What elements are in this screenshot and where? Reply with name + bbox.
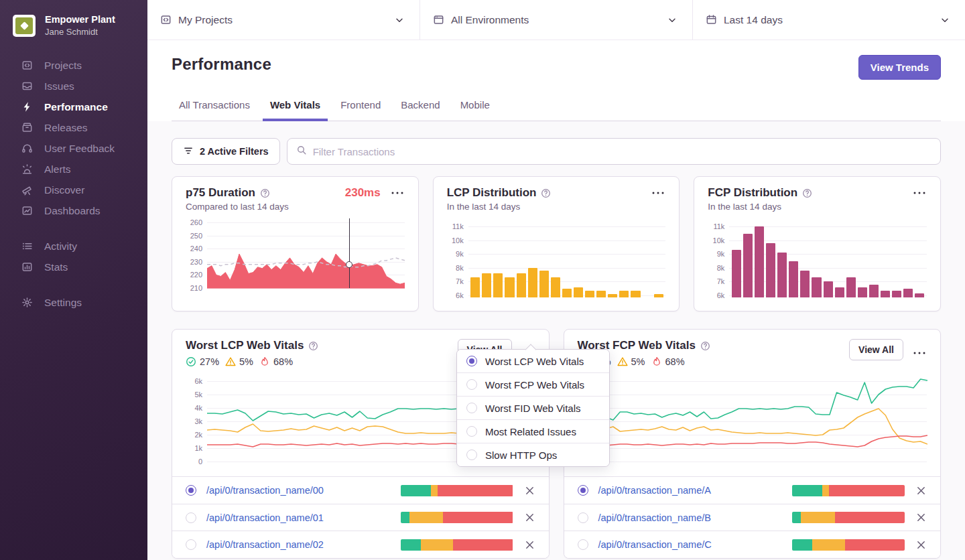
sidebar-item-user-feedback[interactable]: User Feedback <box>0 138 147 159</box>
transaction-radio[interactable] <box>578 539 588 550</box>
transaction-radio[interactable] <box>186 539 196 550</box>
axis-tick-label: 11k <box>713 222 724 230</box>
vitals-stats: 27% 5% 68% <box>186 356 318 367</box>
menu-item-most-related-issues[interactable]: Most Related Issues <box>457 419 609 443</box>
menu-item-worst-fid-web-vitals[interactable]: Worst FID Web Vitals <box>457 396 609 419</box>
sidebar-item-settings[interactable]: Settings <box>0 292 147 313</box>
sidebar-item-stats[interactable]: Stats <box>0 257 147 277</box>
axis-tick-label: 3k <box>194 417 202 425</box>
issues-icon <box>21 80 33 92</box>
help-icon[interactable] <box>802 188 812 198</box>
fcp-distribution-chart: 11k10k9k8k7k6k <box>708 218 927 297</box>
sidebar-item-projects[interactable]: Projects <box>0 55 147 76</box>
help-icon[interactable] <box>541 188 551 198</box>
histogram-bar <box>596 291 606 297</box>
active-filters-button[interactable]: 2 Active Filters <box>172 138 280 165</box>
environment-filter-dropdown[interactable]: All Environments <box>420 0 693 40</box>
tab-frontend[interactable]: Frontend <box>333 93 388 121</box>
warning-triangle-icon <box>617 356 628 367</box>
sidebar-item-issues[interactable]: Issues <box>0 76 147 96</box>
chevron-down-icon <box>667 15 678 25</box>
histogram-bar <box>903 289 913 297</box>
ellipsis-icon[interactable] <box>390 188 405 198</box>
transaction-link[interactable]: /api/0/transaction_name/B <box>598 512 711 523</box>
histogram-bar <box>585 291 594 297</box>
projects-icon <box>21 60 33 72</box>
transaction-radio[interactable] <box>578 512 588 523</box>
menu-item-slow-http-ops[interactable]: Slow HTTP Ops <box>457 443 609 466</box>
transaction-radio[interactable] <box>186 485 196 496</box>
transaction-row: /api/0/transaction_name/B <box>564 504 941 531</box>
axis-tick-label: 220 <box>190 271 202 279</box>
transaction-link[interactable]: /api/0/transaction_name/01 <box>206 512 324 523</box>
transaction-link[interactable]: /api/0/transaction_name/A <box>598 485 711 496</box>
sidebar-item-alerts[interactable]: Alerts <box>0 159 147 180</box>
date-filter-dropdown[interactable]: Last 14 days <box>693 0 965 40</box>
tab-mobile[interactable]: Mobile <box>453 93 497 121</box>
menu-item-worst-fcp-web-vitals[interactable]: Worst FCP Web Vitals <box>457 372 609 396</box>
tab-web-vitals[interactable]: Web Vitals <box>263 93 328 121</box>
transaction-radio[interactable] <box>186 512 196 523</box>
card-title: LCP Distribution <box>447 186 537 200</box>
radio-button <box>466 403 477 413</box>
project-filter-dropdown[interactable]: My Projects <box>147 0 420 40</box>
sidebar-item-performance[interactable]: Performance <box>0 96 147 117</box>
transaction-link[interactable]: /api/0/transaction_name/02 <box>206 539 324 550</box>
axis-tick-label: 260 <box>190 218 202 226</box>
settings-icon <box>21 297 33 309</box>
histogram-bar <box>800 271 810 297</box>
close-icon[interactable] <box>915 512 927 523</box>
histogram-bar <box>619 291 629 297</box>
help-icon[interactable] <box>260 188 270 198</box>
histogram-bar <box>892 291 901 297</box>
transaction-link[interactable]: /api/0/transaction_name/00 <box>206 485 324 496</box>
tab-backend[interactable]: Backend <box>393 93 447 121</box>
transaction-row: /api/0/transaction_name/02 <box>172 531 549 558</box>
axis-tick-label: 5k <box>194 391 202 399</box>
search-input[interactable] <box>313 146 931 157</box>
help-icon[interactable] <box>700 341 710 351</box>
sidebar: Empower Plant Jane Schmidt ProjectsIssue… <box>0 0 147 560</box>
vitals-display-menu: Worst LCP Web VitalsWorst FCP Web Vitals… <box>456 349 610 467</box>
sidebar-item-discover[interactable]: Discover <box>0 180 147 200</box>
transaction-row: /api/0/transaction_name/01 <box>172 504 549 531</box>
view-all-button[interactable]: View All <box>849 339 903 360</box>
histogram-bar <box>517 273 526 297</box>
transaction-link[interactable]: /api/0/transaction_name/C <box>598 539 712 550</box>
axis-tick-label: 0 <box>198 458 202 466</box>
axis-tick-label: 240 <box>190 244 202 253</box>
axis-tick-label: 8k <box>717 264 725 272</box>
close-icon[interactable] <box>915 539 927 551</box>
discover-icon <box>21 184 33 196</box>
p75-duration-card: p75 Duration 230ms Compared to last 14 d… <box>172 176 419 311</box>
vitals-breakdown-bar <box>792 485 905 496</box>
org-logo-icon <box>13 15 36 37</box>
ellipsis-icon[interactable] <box>912 348 927 358</box>
histogram-bar <box>732 250 741 297</box>
vitals-breakdown-bar <box>401 539 513 551</box>
histogram-bar <box>631 291 640 297</box>
close-icon[interactable] <box>524 512 535 523</box>
transaction-radio[interactable] <box>578 485 588 496</box>
sidebar-item-releases[interactable]: Releases <box>0 117 147 138</box>
sidebar-item-activity[interactable]: Activity <box>0 236 147 257</box>
tab-all-transactions[interactable]: All Transactions <box>172 93 257 121</box>
help-icon[interactable] <box>308 341 318 351</box>
axis-tick-label: 210 <box>190 284 202 292</box>
axis-tick-label: 9k <box>456 250 464 258</box>
org-switcher[interactable]: Empower Plant Jane Schmidt <box>0 0 147 55</box>
lcp-distribution-card: LCP Distribution In the last 14 days 11k… <box>433 176 680 311</box>
close-icon[interactable] <box>915 485 927 496</box>
sidebar-item-dashboards[interactable]: Dashboards <box>0 200 147 221</box>
view-trends-button[interactable]: View Trends <box>858 55 941 80</box>
user-feedback-icon <box>21 143 33 155</box>
fcp-distribution-card: FCP Distribution In the last 14 days 11k… <box>694 176 941 311</box>
close-icon[interactable] <box>524 539 535 551</box>
page-title: Performance <box>172 55 271 74</box>
menu-item-worst-lcp-web-vitals[interactable]: Worst LCP Web Vitals <box>457 350 609 372</box>
axis-tick-label: 250 <box>190 232 202 240</box>
histogram-bar <box>824 281 833 297</box>
ellipsis-icon[interactable] <box>651 188 665 198</box>
close-icon[interactable] <box>524 485 535 496</box>
ellipsis-icon[interactable] <box>912 188 927 198</box>
